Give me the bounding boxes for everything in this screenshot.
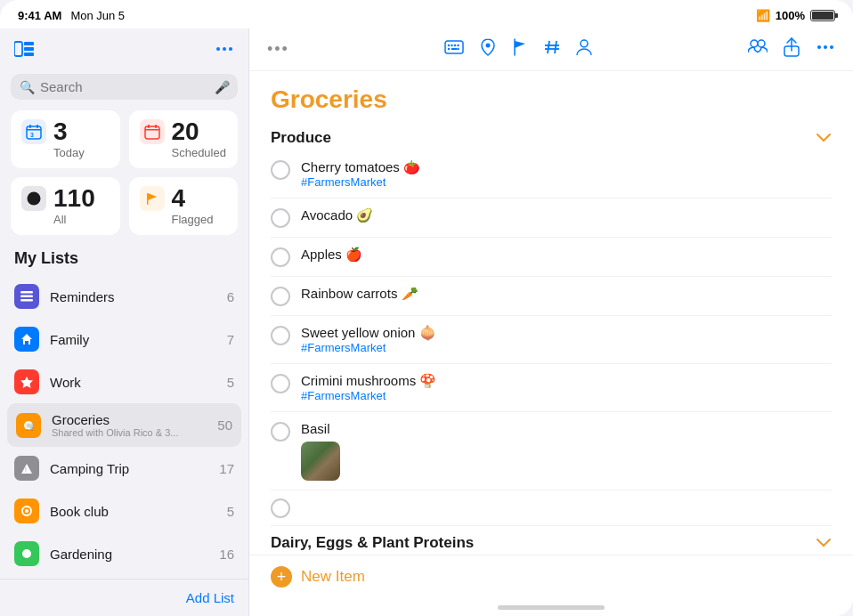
todo-checkbox-apples[interactable] — [271, 247, 290, 267]
my-lists-header: My Lists — [0, 246, 248, 275]
svg-rect-1 — [24, 42, 34, 45]
svg-point-44 — [751, 40, 758, 47]
all-icon — [21, 186, 46, 211]
search-bar[interactable]: 🔍 🎤 — [11, 74, 238, 100]
list-item-bookclub[interactable]: Book club 5 — [0, 490, 248, 532]
battery-fill — [812, 12, 833, 20]
svg-rect-15 — [145, 129, 159, 131]
flagged-label: Flagged — [172, 213, 228, 226]
sidebar-footer: Add List — [0, 579, 248, 616]
todo-text-apples: Apples 🍎 — [301, 247, 832, 263]
list-item-work[interactable]: Work 5 — [0, 361, 248, 403]
todo-item-sweet-onion: Sweet yellow onion 🧅 #FarmersMarket — [271, 316, 832, 364]
todo-content-sweet-onion: Sweet yellow onion 🧅 #FarmersMarket — [301, 325, 832, 354]
new-item-label[interactable]: New Item — [301, 568, 365, 586]
todo-item-avocado: Avocado 🥑 — [271, 199, 832, 238]
search-icon: 🔍 — [20, 80, 35, 94]
dairy-section-header: Dairy, Eggs & Plant Proteins — [271, 533, 832, 552]
svg-rect-12 — [145, 126, 159, 139]
todo-item-empty — [271, 490, 832, 526]
produce-title: Produce — [271, 129, 331, 147]
todo-content-mushrooms: Crimini mushrooms 🍄 #FarmersMarket — [301, 373, 832, 402]
status-right: 📶 100% — [756, 9, 835, 22]
gardening-icon — [14, 541, 39, 566]
svg-rect-20 — [20, 299, 33, 302]
gardening-label: Gardening — [50, 547, 208, 562]
more-icon[interactable] — [816, 37, 835, 61]
group-icon[interactable] — [748, 37, 768, 61]
groceries-label: Groceries — [52, 412, 207, 427]
groceries-info: Groceries Shared with Olivia Rico & 3... — [52, 412, 207, 438]
add-list-button[interactable]: Add List — [186, 590, 234, 605]
today-count: 3 — [53, 119, 68, 144]
svg-text:🛒: 🛒 — [26, 420, 37, 431]
svg-rect-29 — [445, 41, 463, 53]
sidebar-more-button[interactable] — [215, 39, 234, 63]
microphone-icon[interactable]: 🎤 — [215, 80, 230, 94]
work-label: Work — [50, 375, 216, 390]
flagged-icon — [140, 186, 165, 211]
todo-content-apples: Apples 🍎 — [301, 247, 832, 263]
basil-image — [301, 442, 340, 481]
todo-content-rainbow-carrots: Rainbow carrots 🥕 — [301, 286, 832, 302]
todo-checkbox-avocado[interactable] — [271, 208, 290, 228]
svg-rect-0 — [14, 42, 22, 56]
person-icon[interactable] — [576, 38, 592, 61]
stat-card-all[interactable]: 110 All — [11, 177, 120, 235]
svg-text:!: ! — [25, 466, 27, 473]
stat-card-today[interactable]: 3 3 Today — [11, 110, 120, 168]
groceries-icon: 🛒 — [16, 413, 41, 438]
search-input[interactable] — [40, 79, 209, 94]
share-icon[interactable] — [784, 37, 800, 61]
svg-rect-17 — [147, 193, 149, 205]
scheduled-count: 20 — [172, 119, 199, 144]
todo-item-cherry-tomatoes: Cherry tomatoes 🍅 #FarmersMarket — [271, 150, 832, 199]
todo-checkbox-cherry-tomatoes[interactable] — [271, 160, 290, 180]
todo-text-basil: Basil — [301, 421, 832, 436]
svg-rect-14 — [155, 125, 157, 128]
produce-chevron[interactable] — [816, 128, 832, 147]
svg-marker-24 — [21, 464, 32, 474]
dairy-chevron[interactable] — [816, 533, 832, 552]
list-item-camping[interactable]: ! Camping Trip 17 — [0, 447, 248, 490]
svg-rect-10 — [27, 129, 41, 131]
svg-rect-9 — [37, 125, 38, 128]
svg-point-28 — [22, 549, 31, 558]
sidebar-collapse-button[interactable] — [14, 41, 34, 61]
location-icon[interactable] — [480, 38, 496, 61]
todo-tag-sweet-onion[interactable]: #FarmersMarket — [301, 341, 832, 354]
family-icon — [14, 327, 39, 352]
stat-card-flagged[interactable]: 4 Flagged — [129, 177, 239, 235]
date: Mon Jun 5 — [70, 9, 125, 22]
todo-tag-mushrooms[interactable]: #FarmersMarket — [301, 389, 832, 402]
svg-point-48 — [824, 45, 827, 49]
flag-toolbar-icon[interactable] — [512, 38, 528, 61]
todo-item-apples: Apples 🍎 — [271, 238, 832, 277]
device-frame: 9:41 AM Mon Jun 5 📶 100% — [0, 0, 853, 616]
svg-text:3: 3 — [30, 132, 34, 138]
toolbar-dots: ••• — [267, 40, 289, 59]
svg-point-37 — [486, 44, 491, 48]
new-item-plus-button[interactable]: + — [271, 566, 292, 588]
svg-rect-18 — [20, 291, 33, 294]
todo-checkbox-rainbow-carrots[interactable] — [271, 287, 290, 306]
todo-checkbox-basil[interactable] — [271, 422, 290, 442]
todo-checkbox-mushrooms[interactable] — [271, 374, 290, 393]
todo-checkbox-empty[interactable] — [271, 498, 290, 518]
list-items: Reminders 6 Family 7 — [0, 275, 248, 579]
list-item-family[interactable]: Family 7 — [0, 318, 248, 361]
battery-percent: 100% — [776, 9, 805, 22]
keyboard-icon[interactable] — [444, 39, 464, 60]
list-item-groceries[interactable]: 🛒 Groceries Shared with Olivia Rico & 3.… — [7, 403, 241, 447]
stat-card-scheduled[interactable]: 20 Scheduled — [129, 110, 239, 168]
hashtag-icon[interactable] — [544, 39, 560, 60]
todo-text-cherry-tomatoes: Cherry tomatoes 🍅 — [301, 159, 832, 175]
battery-icon — [810, 10, 835, 21]
svg-rect-19 — [20, 296, 33, 298]
status-left: 9:41 AM Mon Jun 5 — [18, 9, 125, 22]
todo-tag-cherry-tomatoes[interactable]: #FarmersMarket — [301, 175, 832, 189]
list-item-reminders[interactable]: Reminders 6 — [0, 275, 248, 318]
list-item-gardening[interactable]: Gardening 16 — [0, 532, 248, 575]
todo-checkbox-sweet-onion[interactable] — [271, 326, 290, 345]
svg-marker-21 — [20, 377, 33, 388]
